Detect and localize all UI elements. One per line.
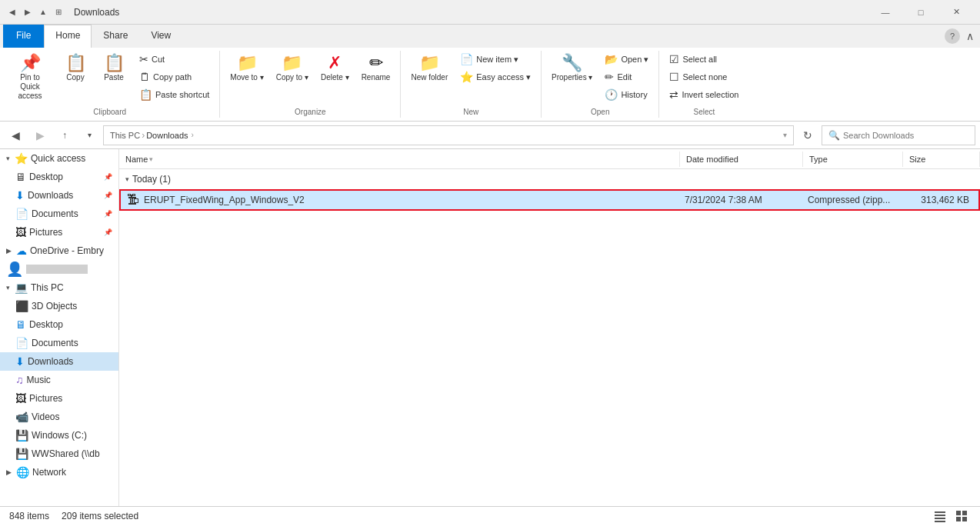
- copy-button[interactable]: 📋 Copy: [57, 51, 94, 85]
- copy-to-icon: 📁: [282, 55, 302, 72]
- sort-arrow: ▾: [149, 155, 153, 163]
- cut-button[interactable]: ✂ Cut: [134, 51, 215, 68]
- open-button[interactable]: 📂 Open ▾: [599, 51, 654, 68]
- sidebar-item-downloads-qa[interactable]: ⬇ Downloads 📌: [0, 186, 118, 205]
- up-button[interactable]: ↑: [54, 125, 75, 146]
- details-view-button[interactable]: [931, 507, 949, 524]
- invert-selection-button[interactable]: ⇄ Invert selection: [664, 86, 744, 103]
- col-header-date[interactable]: Date modified: [680, 152, 803, 167]
- paste-button[interactable]: 📋 Paste: [95, 51, 132, 85]
- forward-button[interactable]: ▶: [29, 125, 51, 146]
- rename-button[interactable]: ✏ Rename: [356, 51, 396, 85]
- ribbon-collapse-icon[interactable]: ∧: [963, 27, 977, 45]
- sidebar-item-documents-qa[interactable]: 📄 Documents 📌: [0, 205, 118, 223]
- col-header-size[interactable]: Size: [903, 152, 980, 167]
- close-button[interactable]: ✕: [938, 0, 974, 25]
- move-to-button[interactable]: 📁 Move to ▾: [225, 51, 268, 85]
- videos-icon: 📹: [15, 411, 28, 423]
- status-bar: 848 items 209 items selected: [0, 506, 980, 523]
- sidebar-item-pictures-qa[interactable]: 🖼 Pictures 📌: [0, 223, 118, 242]
- col-name-label: Name: [125, 155, 148, 164]
- select-none-label: Select none: [682, 72, 727, 82]
- sidebar-scroll[interactable]: ▾ ⭐ Quick access 🖥 Desktop 📌 ⬇ Downloads…: [0, 149, 118, 506]
- select-none-button[interactable]: ☐ Select none: [664, 68, 744, 85]
- onedrive-expander: ▶: [6, 247, 12, 255]
- sidebar-item-wwshared[interactable]: 💾 WWShared (\\db: [0, 445, 118, 463]
- window-controls: — □ ✕: [868, 0, 974, 25]
- window-up-icon[interactable]: ▲: [37, 6, 49, 18]
- sidebar-item-quick-access[interactable]: ▾ ⭐ Quick access: [0, 149, 118, 168]
- recent-locations-button[interactable]: ▾: [78, 125, 100, 146]
- quick-access-expander: ▾: [6, 155, 10, 162]
- ribbon-group-select: ☑ Select all ☐ Select none ⇄ Invert sele…: [659, 51, 748, 118]
- paste-shortcut-button[interactable]: 📋 Paste shortcut: [134, 86, 215, 103]
- copy-to-label: Copy to ▾: [276, 73, 308, 82]
- window-recent-icon[interactable]: ⊞: [52, 6, 65, 18]
- search-input[interactable]: [843, 131, 968, 140]
- paste-shortcut-label: Paste shortcut: [155, 90, 209, 99]
- user-icon: 👤: [6, 261, 23, 278]
- easy-access-label: Easy access ▾: [476, 72, 531, 82]
- new-folder-button[interactable]: 📁 New folder: [405, 51, 453, 85]
- sidebar-item-pictures[interactable]: 🖼 Pictures: [0, 389, 118, 408]
- maximize-button[interactable]: □: [903, 0, 938, 25]
- address-this-pc[interactable]: This PC: [110, 131, 140, 140]
- window-forward-icon[interactable]: ▶: [22, 6, 34, 18]
- clipboard-content: 📌 Pin to Quick access 📋 Copy 📋 Paste ✂ C…: [5, 51, 215, 105]
- col-header-type[interactable]: Type: [803, 152, 903, 167]
- history-button[interactable]: 🕐 History: [599, 86, 654, 103]
- help-icon[interactable]: ?: [945, 28, 960, 44]
- sidebar: ▾ ⭐ Quick access 🖥 Desktop 📌 ⬇ Downloads…: [0, 149, 119, 506]
- sidebar-item-this-pc[interactable]: ▾ 💻 This PC: [0, 278, 118, 297]
- search-icon: 🔍: [828, 130, 840, 141]
- properties-button[interactable]: 🔧 Properties ▾: [546, 51, 598, 85]
- easy-access-button[interactable]: ⭐ Easy access ▾: [455, 68, 536, 85]
- sidebar-item-user[interactable]: 👤: [0, 260, 118, 278]
- new-item-button[interactable]: 📄 New item ▾: [455, 51, 536, 68]
- tab-view[interactable]: View: [139, 25, 182, 48]
- select-all-button[interactable]: ☑ Select all: [664, 51, 744, 68]
- window-title: Downloads: [74, 7, 119, 18]
- tab-share[interactable]: Share: [92, 25, 139, 48]
- back-button[interactable]: ◀: [5, 125, 26, 146]
- refresh-button[interactable]: ↻: [797, 125, 818, 146]
- sidebar-item-desktop[interactable]: 🖥 Desktop: [0, 315, 118, 334]
- svg-rect-7: [962, 517, 967, 521]
- pin-label: Pin to Quick access: [10, 73, 50, 101]
- sidebar-item-windows-c[interactable]: 💾 Windows (C:): [0, 426, 118, 445]
- this-pc-icon: 💻: [15, 281, 28, 294]
- history-label: History: [621, 90, 647, 99]
- copy-to-button[interactable]: 📁 Copy to ▾: [271, 51, 314, 85]
- sidebar-item-music[interactable]: ♫ Music: [0, 371, 118, 389]
- cut-icon: ✂: [139, 53, 148, 65]
- window-back-icon[interactable]: ◀: [6, 6, 18, 18]
- sidebar-item-videos[interactable]: 📹 Videos: [0, 408, 118, 426]
- new-content: 📁 New folder 📄 New item ▾ ⭐ Easy access …: [405, 51, 536, 105]
- large-icons-view-button[interactable]: [952, 507, 971, 524]
- delete-button[interactable]: ✗ Delete ▾: [315, 51, 355, 85]
- select-small-buttons: ☑ Select all ☐ Select none ⇄ Invert sele…: [664, 51, 744, 103]
- minimize-button[interactable]: —: [868, 0, 903, 25]
- sidebar-item-3d-objects[interactable]: ⬛ 3D Objects: [0, 297, 118, 315]
- copy-path-icon: 🗒: [139, 71, 150, 83]
- tab-file[interactable]: File: [3, 25, 44, 48]
- clipboard-small-buttons: ✂ Cut 🗒 Copy path 📋 Paste shortcut: [134, 51, 215, 103]
- address-bar[interactable]: This PC › Downloads › ▾: [103, 125, 794, 145]
- group-today[interactable]: ▾ Today (1): [119, 169, 980, 189]
- sidebar-item-network[interactable]: ▶ 🌐 Network: [0, 463, 118, 481]
- select-all-icon: ☑: [669, 53, 679, 65]
- col-header-name[interactable]: Name ▾: [119, 152, 680, 167]
- search-bar[interactable]: 🔍: [822, 125, 975, 145]
- sidebar-item-downloads[interactable]: ⬇ Downloads: [0, 352, 118, 371]
- tab-home[interactable]: Home: [44, 25, 92, 48]
- table-row[interactable]: 🗜 ERUPT_FixedWing_App_Windows_V2 7/31/20…: [119, 189, 980, 211]
- sidebar-item-documents[interactable]: 📄 Documents: [0, 334, 118, 352]
- sidebar-item-onedrive[interactable]: ▶ ☁ OneDrive - Embry: [0, 242, 118, 260]
- pin-to-quick-access-button[interactable]: 📌 Pin to Quick access: [5, 51, 55, 105]
- address-downloads[interactable]: Downloads: [146, 131, 188, 140]
- address-dropdown-icon[interactable]: ▾: [783, 131, 787, 139]
- sidebar-item-desktop-qa[interactable]: 🖥 Desktop 📌: [0, 168, 118, 186]
- drive-c-icon: 💾: [15, 429, 28, 441]
- copy-path-button[interactable]: 🗒 Copy path: [134, 68, 215, 85]
- edit-button[interactable]: ✏ Edit: [599, 68, 654, 85]
